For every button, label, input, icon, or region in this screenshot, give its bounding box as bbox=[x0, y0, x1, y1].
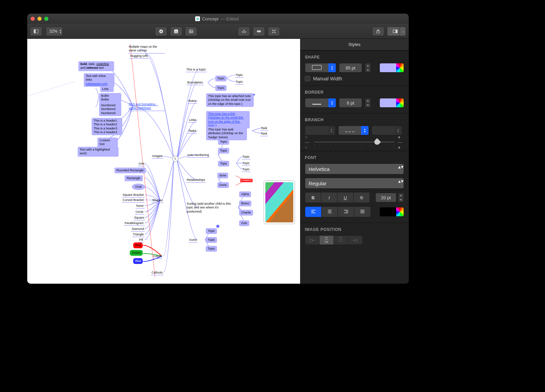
border-style-select[interactable]: ▴▾ bbox=[305, 98, 336, 108]
relationship-badge[interactable]: is related to bbox=[240, 179, 253, 182]
node-label[interactable]: Topic bbox=[242, 161, 250, 166]
font-weight-select[interactable]: Regular ▴▾ bbox=[305, 178, 404, 189]
canvas-image-node[interactable] bbox=[264, 181, 295, 224]
node-box[interactable]: Done bbox=[217, 182, 229, 188]
node-box[interactable]: This is a header1 This is a header2 This… bbox=[92, 118, 122, 135]
note-pin-icon[interactable] bbox=[253, 94, 255, 95]
node-text[interactable]: Hugging (off) bbox=[129, 54, 149, 59]
img-pos-right[interactable]: −□ bbox=[348, 236, 362, 245]
node-text[interactable]: Multiple maps on the same canvas bbox=[128, 45, 165, 53]
node-blue[interactable]: Blue bbox=[133, 258, 143, 264]
border-width-field[interactable]: 6 pt bbox=[339, 98, 362, 108]
chevron-down-icon[interactable]: ⌄ bbox=[400, 27, 406, 36]
inspector-toggle-button[interactable]: ⌄ bbox=[387, 27, 406, 36]
node-box[interactable]: Text with a highlighted word. bbox=[78, 147, 119, 157]
shape-width-field[interactable]: 85 pt bbox=[339, 63, 362, 73]
checkmark-button[interactable] bbox=[155, 27, 167, 36]
img-pos-bottom[interactable]: □ bbox=[334, 236, 348, 245]
node-red[interactable]: Red bbox=[133, 242, 143, 248]
mindmap-canvas[interactable]: L Multiple maps on the same canvas Huggi… bbox=[27, 39, 300, 284]
node-label[interactable]: Tasks bbox=[188, 129, 197, 134]
bold-button[interactable]: B bbox=[305, 192, 321, 203]
collapse-button[interactable] bbox=[268, 27, 280, 36]
node-box[interactable]: Topic bbox=[206, 246, 217, 252]
share-button[interactable] bbox=[372, 27, 384, 36]
minimize-icon[interactable] bbox=[37, 17, 42, 21]
image-button[interactable] bbox=[185, 27, 197, 36]
node-label[interactable]: Topic bbox=[235, 80, 244, 84]
node-label[interactable]: Task bbox=[260, 131, 268, 136]
shape-width-stepper[interactable]: ▴▾ bbox=[365, 63, 371, 73]
strikethrough-button[interactable]: S bbox=[354, 192, 370, 203]
node-label[interactable]: Diamond bbox=[131, 227, 145, 232]
titlebar[interactable]: ✿ Concept — Edited bbox=[27, 14, 409, 24]
node-label[interactable]: Circle bbox=[135, 210, 144, 215]
italic-button[interactable]: I bbox=[321, 192, 337, 203]
align-right-button[interactable] bbox=[338, 207, 354, 217]
node-label[interactable]: Square bbox=[134, 216, 145, 220]
node-box[interactable]: Bullet Bullet bbox=[99, 93, 121, 103]
node-box[interactable]: Topic bbox=[215, 76, 227, 81]
node-label[interactable]: Icons bbox=[189, 238, 198, 242]
node-box[interactable]: Oval bbox=[132, 184, 145, 190]
node-box[interactable]: Lists bbox=[100, 86, 114, 92]
node-label[interactable]: Auto numbering bbox=[187, 153, 210, 158]
node-label[interactable]: Topic bbox=[242, 167, 250, 172]
zoom-select[interactable]: 32% ▴▾ bbox=[46, 27, 63, 36]
close-icon[interactable] bbox=[31, 17, 35, 21]
node-box[interactable]: Topic bbox=[206, 237, 217, 243]
node-label[interactable]: Task bbox=[260, 126, 268, 131]
branch-thickness-slider[interactable]: |||||| bbox=[314, 139, 394, 145]
align-left-button[interactable] bbox=[305, 207, 322, 217]
node-label[interactable]: Images bbox=[152, 154, 163, 159]
node-label[interactable]: This is a 'topic' bbox=[186, 67, 207, 72]
img-pos-left[interactable]: □− bbox=[305, 236, 320, 245]
node-label[interactable]: Boundaries bbox=[187, 80, 204, 85]
branch-start-select[interactable]: ▴▾ bbox=[305, 126, 336, 135]
node-link-box[interactable]: This topic has a link (click/tap on the … bbox=[206, 111, 250, 128]
underline-button[interactable]: U bbox=[338, 192, 354, 203]
node-box[interactable]: Topic bbox=[218, 161, 229, 167]
font-size-stepper[interactable]: ▴▾ bbox=[398, 193, 404, 202]
branch-style-select[interactable]: ▴▾ bbox=[338, 126, 369, 135]
root-node[interactable]: L bbox=[172, 156, 178, 162]
node-box[interactable]: done bbox=[217, 173, 228, 178]
relationship-button[interactable] bbox=[253, 27, 265, 36]
color-picker-icon[interactable] bbox=[396, 98, 404, 107]
node-box[interactable]: Topic bbox=[215, 85, 227, 91]
align-justify-button[interactable] bbox=[354, 207, 371, 217]
border-width-stepper[interactable]: ▴▾ bbox=[365, 98, 371, 108]
node-label[interactable]: Pill bbox=[138, 238, 144, 242]
inspector-tab-styles[interactable]: Styles bbox=[300, 39, 409, 50]
node-box[interactable]: Numbered Numbered Numbered bbox=[99, 103, 121, 116]
align-center-button[interactable] bbox=[322, 207, 338, 217]
emoji-button[interactable] bbox=[170, 27, 182, 36]
node-box[interactable]: This topic has an attached note (click/t… bbox=[206, 93, 254, 107]
manual-width-checkbox[interactable] bbox=[305, 76, 310, 81]
color-picker-icon[interactable] bbox=[396, 63, 404, 72]
node-label[interactable]: Colors bbox=[152, 254, 162, 259]
font-size-field[interactable]: 20 pt bbox=[375, 193, 396, 202]
shape-style-select[interactable]: ▴▾ bbox=[305, 63, 336, 73]
node-label[interactable]: Triangle bbox=[132, 232, 144, 237]
node-label[interactable]: Notes bbox=[188, 99, 197, 104]
add-topic-button[interactable] bbox=[238, 27, 250, 36]
node-label[interactable]: Parallelogram bbox=[124, 221, 144, 226]
border-color-swatch[interactable] bbox=[379, 98, 404, 108]
node-box[interactable]: Rectangle bbox=[125, 175, 143, 181]
node-link[interactable]: Rich text formatting - using Markdown bbox=[128, 102, 166, 111]
node-box[interactable]: Topic bbox=[218, 148, 229, 154]
node-box[interactable]: Alpha bbox=[239, 191, 251, 197]
node-label[interactable]: Square Bracket bbox=[122, 193, 144, 198]
node-label[interactable]: Shapes bbox=[152, 198, 164, 203]
node-box[interactable]: Custom font bbox=[97, 138, 118, 147]
node-box[interactable]: Rounded Rectangle bbox=[114, 168, 146, 173]
img-pos-top[interactable]: □ bbox=[320, 236, 334, 245]
node-box[interactable]: Zulu bbox=[239, 220, 249, 226]
text-color-swatch[interactable] bbox=[379, 207, 404, 217]
node-box[interactable]: Topic bbox=[218, 139, 229, 145]
node-box[interactable]: Bravo bbox=[239, 201, 251, 206]
node-label[interactable]: None bbox=[136, 204, 144, 208]
node-box[interactable]: Topic bbox=[206, 228, 217, 234]
branch-color-swatch[interactable] bbox=[408, 126, 408, 135]
